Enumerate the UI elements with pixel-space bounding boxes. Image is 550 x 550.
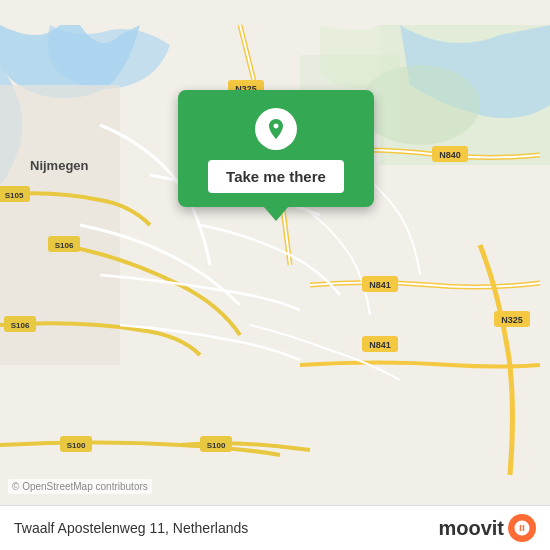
svg-text:S100: S100 [67,441,86,450]
svg-text:S105: S105 [5,191,24,200]
svg-text:S106: S106 [11,321,30,330]
moovit-icon [508,514,536,542]
map-background: N325 N840 N841 N841 N325 S105 S106 S106 … [0,0,550,550]
svg-text:N325: N325 [501,315,523,325]
footer-bar: Twaalf Apostelenweg 11, Netherlands moov… [0,505,550,550]
pin-icon [255,108,297,150]
take-me-there-button[interactable]: Take me there [208,160,344,193]
svg-text:N841: N841 [369,280,391,290]
moovit-logo: moovit [438,514,536,542]
moovit-text: moovit [438,517,504,540]
address-label: Twaalf Apostelenweg 11, Netherlands [14,520,248,536]
svg-text:S100: S100 [207,441,226,450]
map-attribution: © OpenStreetMap contributors [8,479,152,494]
svg-text:N841: N841 [369,340,391,350]
location-popup: Take me there [178,90,374,207]
svg-text:S106: S106 [55,241,74,250]
svg-text:N840: N840 [439,150,461,160]
svg-text:Nijmegen: Nijmegen [30,158,89,173]
map-container: N325 N840 N841 N841 N325 S105 S106 S106 … [0,0,550,550]
